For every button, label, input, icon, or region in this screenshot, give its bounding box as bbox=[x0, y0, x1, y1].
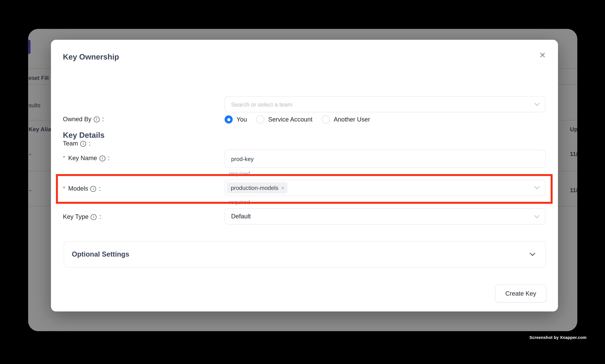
key-type-label: Key Type i : bbox=[63, 213, 101, 220]
chevron-down-icon bbox=[529, 252, 536, 256]
key-details-title: Key Details bbox=[63, 131, 104, 140]
screenshot-stage: eset Filt sults Key Alia Up - 11/ - 11/ … bbox=[0, 0, 605, 364]
models-label: * Models i : bbox=[63, 185, 101, 192]
radio-service-account[interactable]: Service Account bbox=[256, 116, 312, 123]
team-select[interactable]: Search or select a team bbox=[225, 96, 546, 112]
xnapper-watermark: Screenshot by Xnapper.com bbox=[529, 335, 580, 340]
chevron-down-icon bbox=[534, 103, 540, 106]
models-required-hint: required bbox=[229, 199, 250, 205]
key-type-value: Default bbox=[231, 213, 534, 220]
key-type-select[interactable]: Default bbox=[225, 208, 546, 225]
key-name-required-hint: required bbox=[229, 170, 250, 177]
radio-another-user[interactable]: Another User bbox=[322, 116, 370, 123]
key-name-value: prod-key bbox=[231, 156, 540, 162]
create-key-modal: Key Ownership ✕ Owned By i : You Service… bbox=[51, 40, 558, 312]
required-asterisk: * bbox=[63, 185, 65, 191]
chevron-down-icon bbox=[534, 186, 540, 189]
required-asterisk: * bbox=[63, 154, 65, 161]
create-key-button[interactable]: Create Key bbox=[495, 285, 546, 303]
key-name-label: * Key Name i : bbox=[63, 155, 110, 162]
info-icon[interactable]: i bbox=[91, 214, 97, 220]
owned-by-radio-group: You Service Account Another User bbox=[225, 116, 370, 123]
radio-unselected-icon[interactable] bbox=[322, 116, 330, 123]
team-label: Team i : bbox=[63, 140, 90, 147]
radio-unselected-icon[interactable] bbox=[256, 116, 264, 123]
chevron-down-icon bbox=[534, 215, 540, 218]
selected-model-tag: production-models × bbox=[227, 182, 287, 193]
key-name-input[interactable]: prod-key bbox=[225, 150, 546, 168]
models-select[interactable]: production-models × bbox=[225, 180, 546, 196]
remove-tag-icon[interactable]: × bbox=[281, 185, 284, 191]
modal-title: Key Ownership bbox=[63, 52, 119, 61]
info-icon[interactable]: i bbox=[80, 141, 86, 146]
radio-selected-icon[interactable] bbox=[225, 116, 232, 123]
team-select-placeholder: Search or select a team bbox=[231, 101, 534, 108]
info-icon[interactable]: i bbox=[90, 186, 96, 192]
close-button[interactable]: ✕ bbox=[536, 49, 549, 62]
info-icon[interactable]: i bbox=[99, 155, 105, 161]
owned-by-label: Owned By i : bbox=[63, 116, 104, 123]
close-icon: ✕ bbox=[539, 51, 546, 60]
radio-you[interactable]: You bbox=[225, 116, 247, 123]
model-tag-label: production-models bbox=[231, 184, 278, 191]
optional-settings-label: Optional Settings bbox=[72, 250, 529, 258]
optional-settings-panel[interactable]: Optional Settings bbox=[64, 241, 546, 267]
info-icon[interactable]: i bbox=[94, 116, 100, 122]
